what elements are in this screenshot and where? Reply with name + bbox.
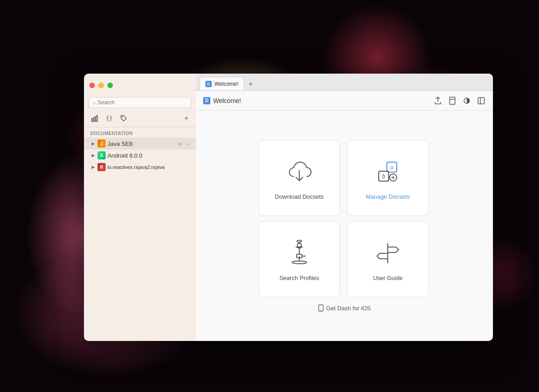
docset-name-android: Android 8.0.0 [107, 152, 183, 159]
docset-item-rxjava[interactable]: ▶ R io.reactivex.rxjava2:rxjava ⌕ [84, 161, 196, 173]
card-manage-docsets[interactable]: a b Manage Docsets [347, 140, 428, 216]
svg-point-3 [122, 117, 123, 117]
ios-link[interactable]: Get Dash for iOS [318, 304, 371, 312]
content-title-area: D Welcome! [203, 97, 241, 104]
svg-text:b: b [382, 173, 386, 180]
docset-icon-rxjava: R [98, 163, 106, 171]
page-title: Welcome! [213, 97, 241, 104]
ios-link-text: Get Dash for iOS [326, 305, 371, 312]
code-icon[interactable]: {} [103, 113, 116, 123]
search-icon: ⌕ [93, 100, 96, 105]
card-manage-label: Manage Docsets [366, 193, 410, 200]
card-search-profiles[interactable]: Search Profiles [259, 221, 340, 297]
docset-search-android[interactable]: ⌕ [185, 152, 192, 159]
docset-search-rxjava[interactable]: ⌕ [168, 163, 175, 171]
minimize-button[interactable] [98, 83, 104, 88]
expand-arrow-rxjava[interactable]: ▶ [90, 164, 96, 170]
sidebar-toggle-icon[interactable] [477, 96, 486, 105]
tab-welcome[interactable]: D Welcome! [200, 77, 244, 90]
user-guide-icon [372, 238, 404, 269]
tab-dash-icon: D [205, 81, 212, 87]
welcome-content: Download Docsets a b [196, 111, 493, 341]
docset-item-java[interactable]: ▶ J Java SE8 ▷ ⌕ [84, 138, 196, 149]
search-profiles-icon [283, 238, 315, 269]
tab-bar: D Welcome! + [196, 74, 493, 91]
tab-welcome-label: Welcome! [214, 81, 238, 87]
expand-arrow-android[interactable]: ▶ [90, 153, 96, 158]
section-label: DOCUMENTATION [84, 127, 196, 138]
search-input[interactable] [98, 99, 187, 106]
maximize-button[interactable] [107, 83, 113, 88]
svg-point-14 [292, 261, 307, 264]
bookmarks-icon[interactable] [448, 96, 457, 105]
svg-point-25 [321, 310, 321, 311]
main-content: D Welcome! + D Welcome! [196, 74, 493, 341]
close-button[interactable] [89, 83, 95, 88]
svg-rect-6 [478, 98, 484, 104]
docset-item-android[interactable]: ▶ A Android 8.0.0 ⌕ [84, 149, 196, 161]
share-icon[interactable] [433, 96, 442, 105]
expand-arrow-java[interactable]: ▶ [90, 141, 96, 146]
cards-grid: Download Docsets a b [259, 140, 430, 297]
docset-list: ▶ J Java SE8 ▷ ⌕ ▶ A Android 8.0.0 ⌕ ▶ [84, 138, 196, 341]
manage-ab-icon: a b [372, 156, 404, 188]
theme-icon[interactable] [462, 96, 471, 105]
card-user-guide[interactable]: User Guide [347, 221, 428, 297]
titlebar [84, 74, 196, 97]
download-cloud-icon [283, 156, 315, 188]
svg-rect-1 [94, 117, 95, 121]
toolbar-right [433, 96, 486, 105]
docset-actions-java: ▷ ⌕ [177, 140, 192, 147]
card-download-label: Download Docsets [275, 193, 324, 200]
chart-icon[interactable] [88, 113, 101, 123]
search-bar[interactable]: ⌕ [88, 97, 191, 108]
content-toolbar: D Welcome! [196, 91, 493, 111]
card-search-profiles-label: Search Profiles [279, 275, 319, 281]
docset-name-rxjava: io.reactivex.rxjava2:rxjava [107, 164, 166, 170]
content-dash-icon: D [203, 97, 210, 104]
sidebar-toolbar: {} + [84, 112, 196, 127]
app-window: ⌕ {} + DO [84, 74, 493, 341]
svg-rect-2 [96, 116, 98, 121]
docset-name-java: Java SE8 [107, 140, 175, 147]
docset-play-java[interactable]: ▷ [177, 140, 184, 147]
docset-search-java[interactable]: ⌕ [185, 140, 192, 147]
tag-icon[interactable] [117, 113, 130, 123]
docset-icon-java: J [98, 140, 106, 148]
add-docset-button[interactable]: + [181, 113, 191, 123]
new-tab-button[interactable]: + [245, 79, 256, 89]
card-download-docsets[interactable]: Download Docsets [259, 140, 340, 216]
svg-rect-4 [450, 97, 455, 104]
svg-point-21 [297, 240, 302, 242]
card-user-guide-label: User Guide [373, 275, 403, 281]
svg-rect-0 [92, 118, 93, 121]
docset-icon-android: A [98, 151, 106, 159]
sidebar: ⌕ {} + DO [84, 74, 196, 341]
svg-text:a: a [390, 164, 394, 171]
